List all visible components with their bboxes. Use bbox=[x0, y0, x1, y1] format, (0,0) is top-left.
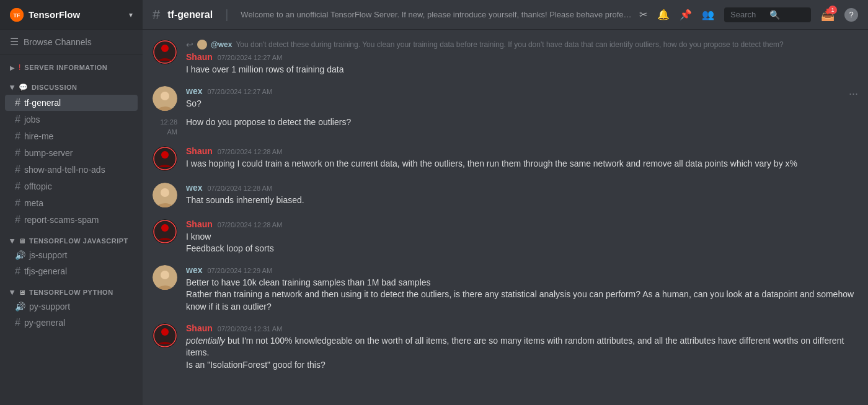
username-wex-1: wex bbox=[186, 86, 202, 96]
alert-icon: ! bbox=[19, 63, 20, 72]
hash-icon: # bbox=[15, 97, 20, 108]
inline-reply-1: ↩ @wex You don't detect these during tra… bbox=[186, 40, 858, 50]
hash-icon: # bbox=[15, 181, 20, 192]
collapse-arrow-tfpy-icon: ▶ bbox=[9, 290, 16, 295]
message-group-7: Shaun 07/20/2024 12:31 AM potentially bu… bbox=[153, 323, 858, 372]
notification-icon[interactable]: 🔔 bbox=[657, 9, 670, 20]
message-group-4: wex 07/20/2024 12:28 AM That sounds inhe… bbox=[153, 183, 858, 209]
channel-item-js-support[interactable]: 🔊 js-support bbox=[5, 248, 138, 263]
channel-item-bump-server[interactable]: # bump-server bbox=[5, 145, 138, 161]
channel-item-report-scams-spam[interactable]: # report-scams-spam bbox=[5, 212, 138, 228]
channel-item-py-general[interactable]: # py-general bbox=[5, 315, 138, 331]
channel-item-jobs[interactable]: # jobs bbox=[5, 111, 138, 128]
avatar-wex-1 bbox=[153, 86, 177, 113]
search-bar[interactable]: Search 🔍 bbox=[724, 7, 811, 22]
avatar-shaun-2 bbox=[153, 146, 177, 173]
search-placeholder: Search bbox=[730, 10, 766, 19]
section-header-discussion[interactable]: ▶ 💬 DISCUSSION bbox=[0, 74, 143, 94]
channel-name-tfjs-general: tfjs-general bbox=[24, 266, 67, 276]
timestamp-6: 07/20/2024 12:29 AM bbox=[207, 267, 272, 274]
reply-text-preview: You don't detect these during training. … bbox=[236, 40, 783, 49]
channel-name-show-and-tell-no-ads: show-and-tell-no-ads bbox=[24, 165, 105, 175]
message-group-2: wex 07/20/2024 12:27 AM So? ··· bbox=[153, 86, 858, 113]
hover-actions-2: ··· bbox=[849, 86, 858, 113]
message-meta-5: Shaun 07/20/2024 12:28 AM bbox=[186, 219, 858, 229]
message-text-5a: I know bbox=[186, 231, 858, 243]
avatar-shaun-3 bbox=[153, 219, 177, 255]
collapse-arrow-icon: ▶ bbox=[10, 64, 15, 71]
message-content-1: ↩ @wex You don't detect these during tra… bbox=[186, 40, 858, 76]
monitor-python-icon: 🖥 bbox=[19, 289, 25, 296]
list-icon: ☰ bbox=[10, 36, 19, 48]
channel-item-show-and-tell-no-ads[interactable]: # show-and-tell-no-ads bbox=[5, 162, 138, 178]
reply-avatar-wex bbox=[197, 40, 207, 50]
avatar-shaun-4 bbox=[153, 323, 177, 372]
hash-icon: # bbox=[15, 317, 20, 328]
section-label-tensorflow-python: TENSORFLOW PYTHON bbox=[29, 289, 113, 296]
speaker-icon: 🔊 bbox=[15, 250, 25, 260]
server-header[interactable]: TF TensorFlow ▾ bbox=[0, 0, 143, 30]
svg-point-13 bbox=[161, 188, 169, 197]
reply-curve-icon: ↩ bbox=[186, 40, 193, 50]
hash-icon: # bbox=[15, 147, 20, 159]
section-label-tensorflow-javascript: TENSORFLOW JAVASCRIPT bbox=[29, 237, 128, 245]
svg-point-7 bbox=[161, 92, 169, 100]
message-text-6b: Rather than training a network and then … bbox=[186, 289, 858, 313]
notification-badge: 1 bbox=[828, 6, 837, 14]
reply-username-wex: @wex bbox=[211, 40, 232, 49]
section-label-server-information: SERVER INFORMATION bbox=[24, 64, 107, 71]
message-meta-7: Shaun 07/20/2024 12:31 AM bbox=[186, 323, 858, 333]
timestamp-3: 07/20/2024 12:28 AM bbox=[218, 148, 283, 155]
message-text-2a: So? bbox=[186, 98, 840, 110]
message-text-6a: Better to have 10k clean training sample… bbox=[186, 277, 858, 289]
message-content-4: wex 07/20/2024 12:28 AM That sounds inhe… bbox=[186, 183, 858, 209]
more-options-icon[interactable]: ··· bbox=[849, 87, 858, 100]
avatar-shaun-1 bbox=[153, 40, 177, 76]
channel-item-meta[interactable]: # meta bbox=[5, 195, 138, 211]
channel-name-jobs: jobs bbox=[24, 115, 40, 124]
timestamp-2: 07/20/2024 12:27 AM bbox=[207, 88, 272, 95]
browse-channels-button[interactable]: ☰ Browse Channels bbox=[0, 30, 143, 54]
browse-channels-label: Browse Channels bbox=[24, 37, 92, 47]
svg-point-19 bbox=[161, 271, 169, 279]
message-content-2: wex 07/20/2024 12:27 AM So? bbox=[186, 86, 840, 113]
channel-name-offtopic: offtopic bbox=[24, 181, 52, 191]
inbox-icon-wrapper: 📥 1 bbox=[821, 8, 835, 22]
pin-icon[interactable]: 📌 bbox=[680, 9, 692, 20]
username-shaun-1: Shaun bbox=[186, 52, 213, 62]
message-text-3: I was hoping I could train a network on … bbox=[186, 158, 858, 170]
members-icon[interactable]: 👥 bbox=[702, 9, 714, 20]
section-header-server-information[interactable]: ▶ ! SERVER INFORMATION bbox=[0, 54, 143, 74]
server-header-title: TF TensorFlow bbox=[10, 8, 80, 22]
channel-item-tf-general[interactable]: # tf-general bbox=[5, 95, 138, 111]
channel-item-hire-me[interactable]: # hire-me bbox=[5, 128, 138, 144]
section-header-tensorflow-python[interactable]: ▶ 🖥 TENSORFLOW PYTHON bbox=[0, 280, 143, 298]
channel-name-hire-me: hire-me bbox=[24, 131, 53, 141]
section-header-tensorflow-javascript[interactable]: ▶ 🖥 TENSORFLOW JAVASCRIPT bbox=[0, 229, 143, 247]
svg-text:TF: TF bbox=[14, 12, 20, 19]
message-text-7b: Is an "IsolationForest" good for this? bbox=[186, 359, 858, 372]
channel-name-tf-general: tf-general bbox=[24, 98, 61, 108]
channel-item-offtopic[interactable]: # offtopic bbox=[5, 178, 138, 194]
timestamp-5: 07/20/2024 12:28 AM bbox=[218, 221, 283, 229]
messages-area: ↩ @wex You don't detect these during tra… bbox=[143, 30, 868, 405]
hash-icon: # bbox=[15, 131, 20, 142]
server-icon: TF bbox=[10, 8, 24, 22]
username-wex-2: wex bbox=[186, 183, 202, 193]
message-content-6: wex 07/20/2024 12:29 AM Better to have 1… bbox=[186, 265, 858, 313]
channel-item-tfjs-general[interactable]: # tfjs-general bbox=[5, 263, 138, 279]
message-meta-2: wex 07/20/2024 12:27 AM bbox=[186, 86, 840, 96]
timestamp-1: 07/20/2024 12:27 AM bbox=[218, 54, 283, 61]
search-icon: 🔍 bbox=[769, 10, 805, 20]
message-content-3: Shaun 07/20/2024 12:28 AM I was hoping I… bbox=[186, 146, 858, 173]
channel-name-meta: meta bbox=[24, 198, 43, 208]
channel-header-name: tf-general bbox=[167, 9, 213, 20]
bubble-icon: 💬 bbox=[19, 83, 28, 92]
collapse-arrow-tfjs-icon: ▶ bbox=[9, 238, 16, 243]
message-text-1: I have over 1 million rows of training d… bbox=[186, 64, 858, 76]
help-icon[interactable]: ? bbox=[844, 8, 858, 22]
channel-item-py-support[interactable]: 🔊 py-support bbox=[5, 299, 138, 314]
threads-icon[interactable]: ✂ bbox=[639, 9, 647, 20]
channel-name-report-scams-spam: report-scams-spam bbox=[24, 215, 99, 225]
message-content-7: Shaun 07/20/2024 12:31 AM potentially bu… bbox=[186, 323, 858, 372]
